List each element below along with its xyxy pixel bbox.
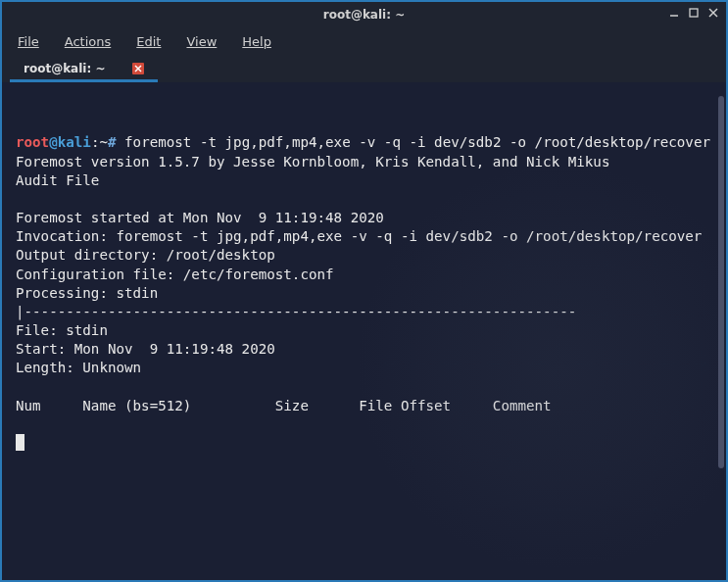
prompt-user: root — [16, 134, 49, 150]
tab-label: root@kali: ~ — [24, 62, 105, 75]
window-titlebar: root@kali: ~ — [2, 2, 726, 27]
menu-actions[interactable]: Actions — [57, 32, 120, 51]
output-line: Audit File — [16, 172, 99, 188]
maximize-button[interactable] — [687, 6, 701, 20]
window-controls — [667, 6, 720, 20]
maximize-icon — [688, 7, 700, 19]
output-line: Output directory: /root/desktop — [16, 247, 275, 263]
terminal-cursor — [16, 434, 24, 451]
terminal-output[interactable]: root@kali:~# foremost -t jpg,pdf,mp4,exe… — [2, 82, 726, 580]
scrollbar[interactable] — [718, 96, 724, 468]
output-line: Foremost started at Mon Nov 9 11:19:48 2… — [16, 210, 384, 225]
menu-view[interactable]: View — [178, 32, 224, 51]
output-line: Foremost version 1.5.7 by Jesse Kornbloo… — [16, 154, 609, 170]
window-title: root@kali: ~ — [323, 8, 405, 22]
menu-edit[interactable]: Edit — [128, 32, 169, 51]
output-line: Invocation: foremost -t jpg,pdf,mp4,exe … — [16, 228, 702, 244]
tab-terminal[interactable]: root@kali: ~ — [10, 58, 158, 82]
prompt-at: @ — [49, 134, 58, 150]
tab-close-button[interactable] — [132, 63, 144, 74]
command-text: foremost -t jpg,pdf,mp4,exe -v -q -i dev… — [117, 134, 710, 150]
output-line: |---------------------------------------… — [16, 304, 576, 319]
close-icon — [134, 65, 142, 73]
prompt-path: :~ — [91, 134, 108, 150]
tabbar: root@kali: ~ — [2, 55, 726, 82]
menu-help[interactable]: Help — [234, 32, 279, 51]
prompt-host: kali — [58, 134, 91, 150]
minimize-button[interactable] — [667, 6, 681, 20]
menu-file[interactable]: File — [10, 32, 47, 51]
close-button[interactable] — [706, 6, 720, 20]
output-line: Start: Mon Nov 9 11:19:48 2020 — [16, 341, 275, 357]
svg-rect-1 — [690, 9, 698, 17]
output-line: Configuration file: /etc/foremost.conf — [16, 267, 334, 282]
output-line: File: stdin — [16, 322, 108, 338]
output-line: Length: Unknown — [16, 360, 141, 375]
output-line: Processing: stdin — [16, 285, 158, 301]
output-line: Num Name (bs=512) Size File Offset Comme… — [16, 398, 552, 413]
minimize-icon — [668, 7, 680, 19]
prompt-hash: # — [108, 134, 117, 150]
menubar: File Actions Edit View Help — [2, 27, 726, 55]
close-icon — [707, 7, 719, 19]
